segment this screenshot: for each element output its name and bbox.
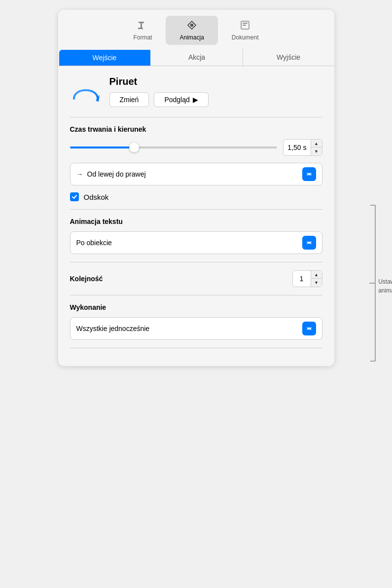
execution-dropdown[interactable]: Wszystkie jednocześnie <box>70 317 322 340</box>
order-label: Kolejność <box>70 275 103 283</box>
duration-stepper: ▲ ▼ <box>311 140 322 155</box>
order-section: Kolejność 1 ▲ ▼ <box>70 270 322 287</box>
bounce-row: Odskok <box>70 192 322 201</box>
direction-label: Od lewej do prawej <box>87 170 302 178</box>
duration-row: 1,50 s ▲ ▼ <box>70 139 322 156</box>
duration-section: Czas trwania i kierunek 1,50 s ▲ ▼ → Od … <box>70 125 322 201</box>
text-animation-value: Po obiekcie <box>76 239 302 247</box>
bounce-checkbox[interactable] <box>70 192 79 201</box>
subtabs-bar: Wejście Akcja Wyjście <box>58 49 334 66</box>
panel-content: Piruet Zmień Podgląd ▶ Czas trwania i ki… <box>58 66 334 366</box>
text-animation-chevron-icon <box>302 236 316 250</box>
order-row: Kolejność 1 ▲ ▼ <box>70 270 322 287</box>
annotation-bracket <box>368 204 376 362</box>
format-tab-button[interactable]: Format <box>119 16 166 45</box>
direction-chevron-icon <box>302 167 316 181</box>
execution-label: Wykonanie <box>70 303 322 311</box>
preview-button[interactable]: Podgląd ▶ <box>154 92 208 107</box>
order-value: 1 <box>293 273 311 285</box>
order-decrement[interactable]: ▼ <box>311 279 322 287</box>
animacja-tab-label: Animacja <box>179 34 204 41</box>
text-animation-label: Animacja tekstu <box>70 218 322 225</box>
direction-dropdown[interactable]: → Od lewej do prawej <box>70 163 322 185</box>
subtab-akcja[interactable]: Akcja <box>151 49 243 66</box>
format-icon <box>137 20 148 32</box>
animation-header: Piruet Zmień Podgląd ▶ <box>70 76 322 107</box>
animation-action-buttons: Zmień Podgląd ▶ <box>109 92 209 107</box>
animacja-tab-button[interactable]: Animacja <box>166 16 217 45</box>
direction-arrow-icon: → <box>76 170 83 178</box>
text-animation-dropdown[interactable]: Po obiekcie <box>70 231 322 254</box>
execution-value: Wszystkie jednocześnie <box>76 325 302 332</box>
svg-rect-5 <box>243 23 248 24</box>
change-button[interactable]: Zmień <box>109 92 149 107</box>
execution-section: Wykonanie Wszystkie jednocześnie <box>70 303 322 340</box>
animation-info: Piruet Zmień Podgląd ▶ <box>109 76 209 107</box>
annotation-text: Ustaw opcje animacji <box>378 277 392 295</box>
divider-4 <box>70 295 322 295</box>
duration-decrement[interactable]: ▼ <box>311 147 322 155</box>
order-stepper: ▲ ▼ <box>311 271 322 287</box>
dokument-tab-label: Dokument <box>232 34 259 41</box>
duration-slider-container[interactable] <box>70 143 278 152</box>
text-animation-section: Animacja tekstu Po obiekcie <box>70 218 322 254</box>
divider-5 <box>70 348 322 348</box>
bounce-label: Odskok <box>84 193 109 201</box>
duration-section-label: Czas trwania i kierunek <box>70 125 322 133</box>
duration-value: 1,50 s <box>284 142 310 153</box>
animation-name: Piruet <box>109 76 209 87</box>
dokument-tab-button[interactable]: Dokument <box>218 16 273 45</box>
format-tab-label: Format <box>133 34 152 41</box>
subtab-wejscie[interactable]: Wejście <box>59 50 150 66</box>
order-input-group: 1 ▲ ▼ <box>292 270 322 287</box>
inspector-panel: Format Animacja Dokument <box>58 10 334 366</box>
duration-input-group: 1,50 s ▲ ▼ <box>283 139 322 156</box>
svg-rect-6 <box>243 25 246 26</box>
dokument-icon <box>240 20 250 32</box>
order-increment[interactable]: ▲ <box>311 271 322 279</box>
divider-2 <box>70 209 322 210</box>
annotation-container: Ustaw opcje animacji <box>368 204 392 362</box>
svg-rect-3 <box>190 24 193 27</box>
animation-preview-icon <box>70 80 102 104</box>
divider-3 <box>70 262 322 262</box>
play-icon: ▶ <box>193 96 198 104</box>
duration-slider[interactable] <box>70 147 278 148</box>
execution-chevron-icon <box>302 322 316 335</box>
animacja-icon <box>186 20 197 32</box>
subtab-wyjscie[interactable]: Wyjście <box>243 49 334 66</box>
svg-rect-2 <box>139 22 144 23</box>
duration-increment[interactable]: ▲ <box>311 140 322 147</box>
divider-1 <box>70 117 322 117</box>
toolbar: Format Animacja Dokument <box>58 10 334 49</box>
